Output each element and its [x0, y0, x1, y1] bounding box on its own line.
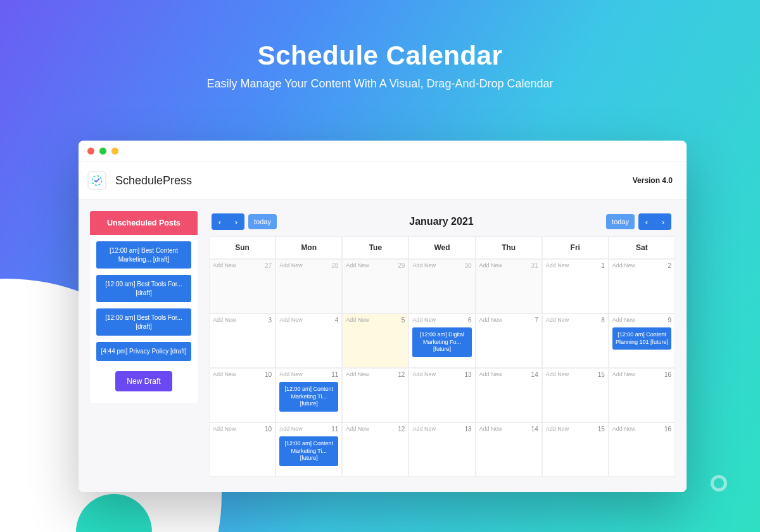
draft-card[interactable]: [12:00 am] Best Content Marketing... [dr…: [96, 241, 191, 269]
add-new-link[interactable]: Add New: [546, 426, 569, 432]
app-logo-icon: [87, 171, 106, 190]
calendar-cell[interactable]: Add New10: [209, 368, 276, 422]
calendar: ‹ › today January 2021 today ‹: [209, 211, 675, 477]
add-new-link[interactable]: Add New: [346, 317, 369, 323]
calendar-cell[interactable]: Add New13: [408, 368, 475, 422]
calendar-event[interactable]: [12:00 am] Digital Marketing Fo... [futu…: [412, 327, 471, 357]
calendar-cell[interactable]: Add New11[12:00 am] Content Marketing Ti…: [276, 368, 342, 422]
prev-month-button-2[interactable]: ‹: [638, 213, 655, 230]
add-new-link[interactable]: Add New: [546, 262, 569, 269]
add-new-link[interactable]: Add New: [213, 371, 236, 377]
calendar-cell[interactable]: Add New6[12:00 am] Digital Marketing Fo.…: [408, 314, 475, 368]
calendar-event[interactable]: [12:00 am] Content Marketing Ti... [futu…: [279, 436, 338, 466]
calendar-event[interactable]: [12:00 am] Content Planning 101 [future]: [612, 327, 671, 350]
new-draft-button[interactable]: New Draft: [115, 371, 172, 391]
day-number: 3: [269, 317, 272, 324]
add-new-link[interactable]: Add New: [479, 317, 503, 323]
calendar-cell[interactable]: Add New16: [609, 422, 675, 477]
add-new-link[interactable]: Add New: [612, 426, 636, 432]
add-new-link[interactable]: Add New: [346, 262, 369, 269]
window-zoom-icon[interactable]: [111, 148, 118, 155]
add-new-link[interactable]: Add New: [346, 426, 369, 432]
calendar-cell[interactable]: Add New4: [276, 314, 342, 368]
prev-month-button[interactable]: ‹: [212, 213, 228, 230]
add-new-link[interactable]: Add New: [612, 262, 636, 269]
calendar-cell[interactable]: Add New7: [476, 314, 542, 368]
app-window: SchedulePress Version 4.0 Unscheduled Po…: [79, 141, 687, 492]
today-button-right[interactable]: today: [606, 214, 635, 229]
add-new-link[interactable]: Add New: [279, 317, 303, 323]
day-number: 4: [335, 317, 339, 324]
add-new-link[interactable]: Add New: [612, 371, 636, 377]
day-number: 10: [265, 371, 272, 378]
sidebar-title: Unscheduled Posts: [90, 211, 198, 235]
add-new-link[interactable]: Add New: [479, 426, 503, 432]
calendar-cell[interactable]: Add New11[12:00 am] Content Marketing Ti…: [276, 422, 342, 477]
today-button-left[interactable]: today: [248, 214, 277, 229]
hero: Schedule Calendar Easily Manage Your Con…: [0, 0, 760, 91]
calendar-cell[interactable]: Add New2: [609, 259, 675, 314]
calendar-cell[interactable]: Add New8: [542, 314, 609, 368]
calendar-cell[interactable]: Add New28: [276, 259, 342, 314]
draft-card[interactable]: [4:44 pm] Privacy Policy [draft]: [96, 342, 191, 361]
add-new-link[interactable]: Add New: [346, 371, 369, 377]
calendar-cell[interactable]: Add New12: [342, 368, 408, 422]
chevron-right-icon: ›: [662, 217, 664, 227]
add-new-link[interactable]: Add New: [546, 371, 569, 377]
calendar-cell[interactable]: Add New31: [476, 259, 542, 314]
calendar-day-header: Mon: [276, 236, 342, 259]
add-new-link[interactable]: Add New: [213, 262, 236, 269]
window-minimize-icon[interactable]: [99, 148, 106, 155]
calendar-cell[interactable]: Add New3: [209, 314, 276, 368]
day-number: 11: [331, 371, 338, 378]
app-header: SchedulePress Version 4.0: [79, 162, 687, 200]
calendar-cell[interactable]: Add New5: [342, 314, 408, 368]
add-new-link[interactable]: Add New: [412, 262, 436, 269]
add-new-link[interactable]: Add New: [479, 262, 503, 269]
calendar-cell[interactable]: Add New29: [342, 259, 408, 314]
next-month-button-2[interactable]: ›: [655, 213, 671, 230]
calendar-day-header: Thu: [476, 236, 542, 259]
add-new-link[interactable]: Add New: [612, 317, 636, 323]
add-new-link[interactable]: Add New: [279, 262, 303, 269]
day-number: 12: [398, 371, 405, 378]
calendar-cell[interactable]: Add New12: [342, 422, 408, 477]
day-number: 28: [331, 262, 338, 269]
calendar-cell[interactable]: Add New1: [542, 259, 609, 314]
add-new-link[interactable]: Add New: [412, 317, 436, 323]
day-number: 6: [468, 317, 472, 324]
calendar-cell[interactable]: Add New30: [408, 259, 475, 314]
calendar-cell[interactable]: Add New27: [209, 259, 276, 314]
window-close-icon[interactable]: [87, 148, 94, 155]
add-new-link[interactable]: Add New: [279, 371, 303, 377]
day-number: 5: [402, 317, 405, 324]
calendar-cell[interactable]: Add New14: [476, 368, 542, 422]
add-new-link[interactable]: Add New: [279, 426, 303, 432]
calendar-cell[interactable]: Add New9[12:00 am] Content Planning 101 …: [609, 314, 675, 368]
calendar-cell[interactable]: Add New13: [408, 422, 475, 477]
draft-card[interactable]: [12:00 am] Best Tools For... [draft]: [96, 275, 191, 302]
calendar-cell[interactable]: Add New15: [542, 422, 609, 477]
calendar-toolbar: ‹ › today January 2021 today ‹: [209, 211, 675, 236]
add-new-link[interactable]: Add New: [412, 371, 436, 377]
calendar-cell[interactable]: Add New14: [476, 422, 542, 477]
add-new-link[interactable]: Add New: [213, 426, 236, 432]
add-new-link[interactable]: Add New: [412, 426, 436, 432]
calendar-cell[interactable]: Add New15: [542, 368, 609, 422]
calendar-cell[interactable]: Add New16: [609, 368, 675, 422]
add-new-link[interactable]: Add New: [213, 317, 236, 323]
add-new-link[interactable]: Add New: [546, 317, 569, 323]
sidebar-list: [12:00 am] Best Content Marketing... [dr…: [90, 235, 198, 403]
draft-card[interactable]: [12:00 am] Best Tools For... [draft]: [96, 308, 191, 336]
calendar-day-header: Wed: [408, 236, 475, 259]
next-month-button[interactable]: ›: [228, 213, 244, 230]
app-version: Version 4.0: [633, 176, 673, 185]
day-number: 10: [265, 426, 272, 433]
add-new-link[interactable]: Add New: [479, 371, 503, 377]
calendar-title: January 2021: [409, 216, 473, 227]
day-number: 29: [398, 262, 405, 269]
calendar-cell[interactable]: Add New10: [209, 422, 276, 477]
calendar-grid: SunMonTueWedThuFriSat Add New27Add New28…: [209, 236, 675, 477]
calendar-day-header: Fri: [542, 236, 609, 259]
calendar-event[interactable]: [12:00 am] Content Marketing Ti... [futu…: [279, 382, 338, 412]
